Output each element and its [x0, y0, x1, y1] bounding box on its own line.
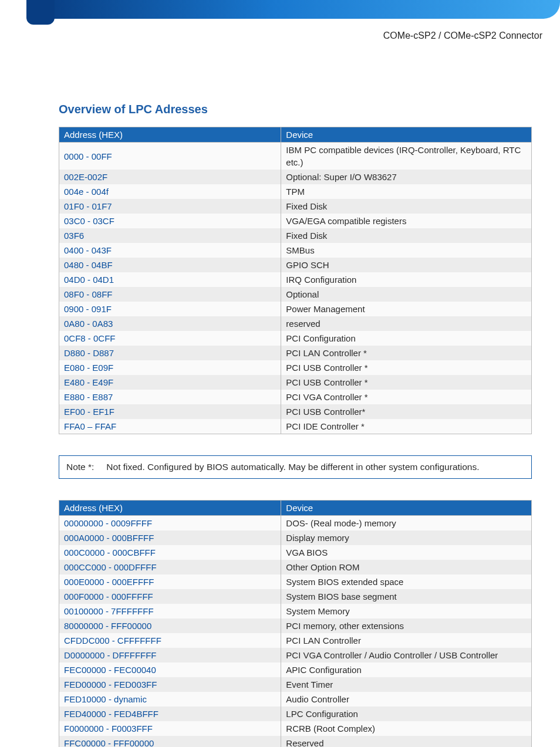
cell-device: RCRB (Root Complex)	[281, 721, 532, 736]
table-row: 002E-002FOptional: Super I/O W83627	[59, 170, 532, 184]
cell-device: PCI VGA Controller / Audio Controller / …	[281, 648, 532, 663]
header-gradient-bar	[40, 0, 560, 19]
cell-device: TPM	[281, 184, 532, 199]
table-row: FEC00000 - FEC00040APIC Configuration	[59, 663, 532, 677]
cell-address: 00000000 - 0009FFFF	[59, 516, 281, 531]
table-row: 000A0000 - 000BFFFFDisplay memory	[59, 530, 532, 545]
cell-address: 000A0000 - 000BFFFF	[59, 530, 281, 545]
cell-address: 03F6	[59, 228, 281, 243]
table-row: 00100000 - 7FFFFFFFSystem Memory	[59, 604, 532, 618]
cell-address: 002E-002F	[59, 170, 281, 184]
table-row: FFA0 – FFAFPCI IDE Controller *	[59, 419, 532, 434]
cell-device: Optional	[281, 287, 532, 302]
table-row: FFC00000 - FFF00000Reserved	[59, 736, 532, 747]
table-row: CFDDC000 - CFFFFFFFPCI LAN Controller	[59, 633, 532, 648]
cell-device: PCI LAN Controller	[281, 633, 532, 648]
cell-device: Fixed Disk	[281, 199, 532, 214]
cell-device: System BIOS extended space	[281, 574, 532, 589]
cell-address: FFC00000 - FFF00000	[59, 736, 281, 747]
col-header-address: Address (HEX)	[59, 127, 281, 143]
table-row: D880 - D887PCI LAN Controller *	[59, 346, 532, 360]
header-tab	[26, 0, 55, 25]
cell-device: LPC Configuration	[281, 707, 532, 721]
table-row: E880 - E887PCI VGA Controller *	[59, 390, 532, 404]
memory-address-table: Address (HEX) Device 00000000 - 0009FFFF…	[59, 500, 532, 747]
cell-address: FED10000 - dynamic	[59, 692, 281, 707]
table-row: 000F0000 - 000FFFFFSystem BIOS base segm…	[59, 589, 532, 604]
table-row: 0CF8 - 0CFFPCI Configuration	[59, 331, 532, 346]
cell-address: 00100000 - 7FFFFFFF	[59, 604, 281, 618]
cell-device: Display memory	[281, 530, 532, 545]
note-box: Note *: Not fixed. Configured by BIOS au…	[59, 455, 532, 479]
cell-address: 08F0 - 08FF	[59, 287, 281, 302]
table-row: 80000000 - FFF00000PCI memory, other ext…	[59, 618, 532, 633]
table-row: 0900 - 091FPower Management	[59, 302, 532, 316]
cell-address: FEC00000 - FEC00040	[59, 663, 281, 677]
cell-device: Power Management	[281, 302, 532, 316]
col-header-device: Device	[281, 127, 532, 143]
table-row: 0400 - 043FSMBus	[59, 243, 532, 258]
cell-device: IBM PC compatible devices (IRQ-Controlle…	[281, 143, 532, 170]
cell-address: 004e - 004f	[59, 184, 281, 199]
table-row: D0000000 - DFFFFFFFPCI VGA Controller / …	[59, 648, 532, 663]
cell-address: D0000000 - DFFFFFFF	[59, 648, 281, 663]
cell-device: reserved	[281, 316, 532, 331]
cell-address: 01F0 - 01F7	[59, 199, 281, 214]
cell-device: PCI Configuration	[281, 331, 532, 346]
cell-address: D880 - D887	[59, 346, 281, 360]
cell-device: PCI USB Controller *	[281, 360, 532, 375]
note-text: Not fixed. Configured by BIOS automatica…	[106, 462, 479, 472]
cell-address: 0480 - 04BF	[59, 258, 281, 272]
cell-address: CFDDC000 - CFFFFFFF	[59, 633, 281, 648]
cell-address: F0000000 - F0003FFF	[59, 721, 281, 736]
page-content: Overview of LPC Adresses Address (HEX) D…	[0, 26, 560, 747]
table-row: 08F0 - 08FFOptional	[59, 287, 532, 302]
cell-device: SMBus	[281, 243, 532, 258]
cell-device: PCI LAN Controller *	[281, 346, 532, 360]
cell-address: 000CC000 - 000DFFFF	[59, 560, 281, 574]
cell-address: 0CF8 - 0CFF	[59, 331, 281, 346]
table-row: 00000000 - 0009FFFFDOS- (Real mode-) mem…	[59, 516, 532, 531]
table-row: 0A80 - 0A83reserved	[59, 316, 532, 331]
cell-address: E480 - E49F	[59, 375, 281, 390]
cell-address: E080 - E09F	[59, 360, 281, 375]
table-row: 000C0000 - 000CBFFFVGA BIOS	[59, 545, 532, 560]
cell-device: PCI IDE Controller *	[281, 419, 532, 434]
cell-address: E880 - E887	[59, 390, 281, 404]
table-row: 01F0 - 01F7Fixed Disk	[59, 199, 532, 214]
lpc-io-address-table: Address (HEX) Device 0000 - 00FFIBM PC c…	[59, 127, 532, 434]
cell-device: System BIOS base segment	[281, 589, 532, 604]
cell-device: PCI memory, other extensions	[281, 618, 532, 633]
cell-address: FED40000 - FED4BFFF	[59, 707, 281, 721]
page-header-ornament	[0, 0, 560, 26]
cell-address: 0900 - 091F	[59, 302, 281, 316]
cell-device: PCI VGA Controller *	[281, 390, 532, 404]
cell-address: 0000 - 00FF	[59, 143, 281, 170]
table-row: FED10000 - dynamicAudio Controller	[59, 692, 532, 707]
cell-device: VGA BIOS	[281, 545, 532, 560]
table-row: 004e - 004fTPM	[59, 184, 532, 199]
col-header-device: Device	[281, 501, 532, 516]
table-row: E080 - E09FPCI USB Controller *	[59, 360, 532, 375]
cell-device: Event Timer	[281, 677, 532, 692]
cell-device: PCI USB Controller*	[281, 404, 532, 419]
table-row: F0000000 - F0003FFFRCRB (Root Complex)	[59, 721, 532, 736]
cell-address: 04D0 - 04D1	[59, 272, 281, 287]
table-row: E480 - E49FPCI USB Controller *	[59, 375, 532, 390]
table-row: 03C0 - 03CFVGA/EGA compatible registers	[59, 214, 532, 228]
cell-address: 0400 - 043F	[59, 243, 281, 258]
cell-address: 000E0000 - 000EFFFF	[59, 574, 281, 589]
table-row: 000CC000 - 000DFFFFOther Option ROM	[59, 560, 532, 574]
cell-device: Audio Controller	[281, 692, 532, 707]
note-label: Note *:	[66, 462, 104, 472]
cell-device: Other Option ROM	[281, 560, 532, 574]
table-row: FED00000 - FED003FFEvent Timer	[59, 677, 532, 692]
table-row: EF00 - EF1FPCI USB Controller*	[59, 404, 532, 419]
table-row: FED40000 - FED4BFFFLPC Configuration	[59, 707, 532, 721]
cell-device: APIC Configuration	[281, 663, 532, 677]
cell-address: 0A80 - 0A83	[59, 316, 281, 331]
col-header-address: Address (HEX)	[59, 501, 281, 516]
table-row: 03F6Fixed Disk	[59, 228, 532, 243]
cell-device: PCI USB Controller *	[281, 375, 532, 390]
section-title: Overview of LPC Adresses	[59, 103, 532, 116]
